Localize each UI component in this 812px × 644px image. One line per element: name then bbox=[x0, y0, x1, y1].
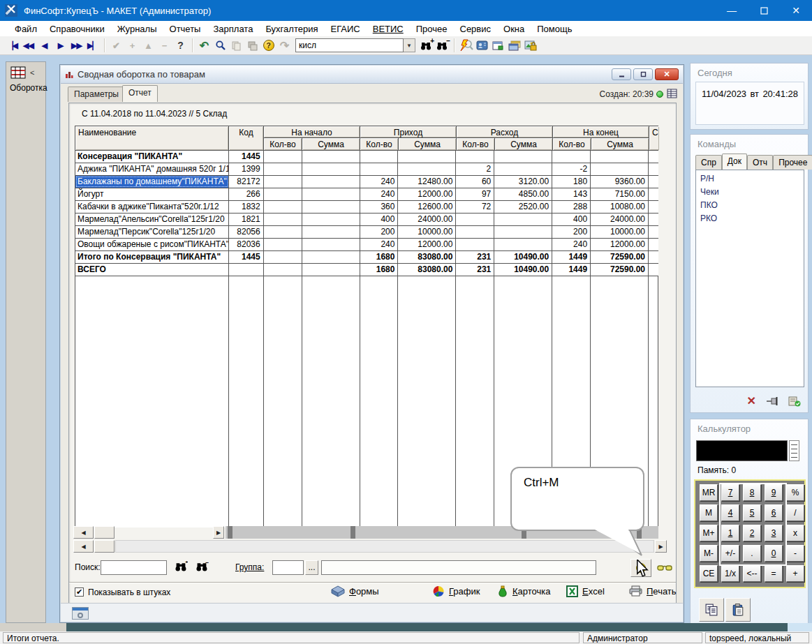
calc-key-2[interactable]: 2 bbox=[743, 525, 761, 541]
cell-value[interactable]: 2520.00 bbox=[494, 201, 552, 213]
calc-key-8[interactable]: 8 bbox=[743, 484, 761, 501]
cell-value[interactable] bbox=[302, 239, 360, 250]
cell-value[interactable]: 10490.00 bbox=[494, 264, 552, 276]
user-settings-button[interactable] bbox=[474, 38, 490, 53]
column-marker[interactable] bbox=[228, 526, 232, 539]
cell-value[interactable] bbox=[264, 214, 302, 225]
calc-key-%[interactable]: % bbox=[786, 484, 804, 501]
col-header-name[interactable]: Наименование bbox=[75, 126, 229, 150]
calc-key-1/x[interactable]: 1/x bbox=[721, 565, 739, 582]
cell-value[interactable]: 240 bbox=[552, 239, 591, 250]
calc-key-6[interactable]: 6 bbox=[765, 504, 783, 521]
cell-code[interactable]: 266 bbox=[229, 188, 264, 200]
screenshot-lock-button[interactable] bbox=[522, 38, 538, 53]
cell-value[interactable]: 200 bbox=[360, 226, 399, 238]
search-next-button[interactable]: − bbox=[195, 561, 209, 574]
cell-value[interactable] bbox=[494, 151, 552, 163]
cell-code[interactable]: 1399 bbox=[229, 163, 264, 175]
cell-value[interactable] bbox=[494, 163, 552, 175]
menu-item-9[interactable]: Сервис bbox=[454, 22, 498, 36]
cell-value[interactable] bbox=[302, 163, 360, 175]
cell-value[interactable]: -2 bbox=[552, 163, 591, 175]
footer-button-card[interactable]: Карточка bbox=[497, 585, 550, 597]
cell-value[interactable]: 240 bbox=[360, 188, 399, 200]
group-input[interactable] bbox=[272, 560, 304, 575]
pin-icon[interactable] bbox=[766, 396, 778, 406]
cell-code[interactable]: 82056 bbox=[229, 226, 264, 238]
cell-name[interactable]: Аджика "ПИКАНТА" домашняя 520г 1/12 bbox=[75, 163, 229, 175]
cell-value[interactable]: 24000.00 bbox=[398, 214, 456, 225]
cell-partial[interactable] bbox=[649, 251, 658, 263]
report-titlebar[interactable]: Сводная оборотка по товарам ✕ bbox=[61, 66, 683, 84]
footer-button-forms[interactable]: Формы bbox=[331, 585, 379, 597]
calc-key-CE[interactable]: CE bbox=[700, 565, 718, 582]
cell-value[interactable] bbox=[456, 239, 494, 250]
new-window-button[interactable] bbox=[490, 38, 506, 53]
group-header[interactable]: На конец bbox=[553, 126, 649, 138]
menu-item-0[interactable]: Файл bbox=[8, 22, 43, 36]
edit-button[interactable]: ▲ bbox=[140, 38, 156, 53]
cell-name[interactable]: Кабачки в аджике"Пиканта"520г.1/12 bbox=[75, 201, 229, 213]
cell-partial[interactable] bbox=[649, 264, 658, 276]
cell-value[interactable] bbox=[302, 214, 360, 225]
cell-value[interactable]: 2 bbox=[456, 163, 494, 175]
nav-first-button[interactable]: ▕◀ bbox=[4, 38, 20, 53]
col-header-sum[interactable]: Сумма bbox=[591, 138, 649, 150]
cell-name[interactable]: Йогурт bbox=[75, 188, 229, 200]
calc-key-0[interactable]: 0 bbox=[765, 545, 783, 562]
cell-partial[interactable] bbox=[649, 188, 658, 200]
cell-value[interactable]: 83080.00 bbox=[398, 251, 456, 263]
calc-key-M[interactable]: M bbox=[700, 504, 718, 521]
table-row[interactable]: Кабачки в аджике"Пиканта"520г.1/12183236… bbox=[75, 201, 658, 214]
cell-value[interactable]: 360 bbox=[360, 201, 399, 213]
calc-key-<--[interactable]: <-- bbox=[743, 565, 761, 582]
commands-tab-Док[interactable]: Док bbox=[722, 153, 747, 170]
calc-key-+/-[interactable]: +/- bbox=[721, 545, 739, 562]
scroll-blank-button[interactable] bbox=[94, 540, 115, 553]
col-header-qty[interactable]: Кол-во bbox=[264, 138, 302, 150]
cell-value[interactable]: 12000.00 bbox=[398, 188, 456, 200]
commands-tab-Прочее[interactable]: Прочее bbox=[773, 155, 812, 170]
report-restore-button[interactable] bbox=[633, 68, 653, 80]
tab-parametry[interactable]: Параметры bbox=[68, 87, 125, 102]
combo-dropdown-button[interactable]: ▼ bbox=[404, 38, 415, 52]
calc-key--[interactable]: - bbox=[786, 545, 804, 562]
table-row[interactable]: Йогурт26624012000.00974850.001437150.00 bbox=[75, 188, 658, 201]
col-header-sum[interactable]: Сумма bbox=[495, 138, 553, 150]
cell-value[interactable]: 24000.00 bbox=[591, 214, 649, 225]
table-row[interactable]: Мармелад"Персик"Corella"125г1/2082056200… bbox=[75, 226, 658, 239]
calc-key-9[interactable]: 9 bbox=[765, 484, 783, 501]
commands-tab-Отч[interactable]: Отч bbox=[747, 155, 773, 170]
collapse-dock-button[interactable]: < bbox=[30, 68, 34, 77]
cell-value[interactable] bbox=[302, 188, 360, 200]
cell-partial[interactable] bbox=[649, 163, 658, 175]
cell-value[interactable] bbox=[264, 151, 302, 163]
cell-code[interactable]: 1821 bbox=[229, 214, 264, 225]
calc-key-.[interactable]: . bbox=[743, 545, 761, 562]
commands-delete-button[interactable]: ✕ bbox=[747, 394, 756, 407]
cell-value[interactable] bbox=[494, 214, 552, 225]
cell-name[interactable]: ВСЕГО bbox=[75, 264, 229, 276]
cell-partial[interactable] bbox=[649, 151, 658, 163]
cell-code[interactable]: 1445 bbox=[229, 151, 264, 163]
calc-key-7[interactable]: 7 bbox=[721, 484, 739, 501]
find-add-button[interactable]: + bbox=[418, 38, 434, 53]
command-item[interactable]: ПКО bbox=[700, 199, 804, 212]
cell-value[interactable] bbox=[264, 188, 302, 200]
nav-forward-button[interactable]: ▶ bbox=[52, 38, 68, 53]
group-path-field[interactable] bbox=[321, 560, 596, 575]
cell-partial[interactable] bbox=[649, 176, 658, 188]
calculator-display-handle[interactable] bbox=[789, 440, 799, 461]
menu-item-11[interactable]: Помощь bbox=[531, 22, 578, 36]
menu-item-7[interactable]: ВЕТИС bbox=[367, 22, 410, 36]
col-header-code[interactable]: Код bbox=[229, 126, 264, 150]
windows-list-button[interactable] bbox=[506, 38, 522, 53]
menu-item-6[interactable]: ЕГАИС bbox=[324, 22, 366, 36]
calc-key-3[interactable]: 3 bbox=[765, 525, 783, 541]
nav-fast-forward-button[interactable]: ▶▶ bbox=[68, 38, 84, 53]
menu-item-4[interactable]: Зарплата bbox=[207, 22, 259, 36]
col-header-sum[interactable]: Сумма bbox=[399, 138, 457, 150]
cell-value[interactable] bbox=[264, 251, 302, 263]
scroll-left-button[interactable]: ◀ bbox=[73, 540, 94, 553]
redo-button[interactable]: ↷ bbox=[276, 38, 293, 53]
